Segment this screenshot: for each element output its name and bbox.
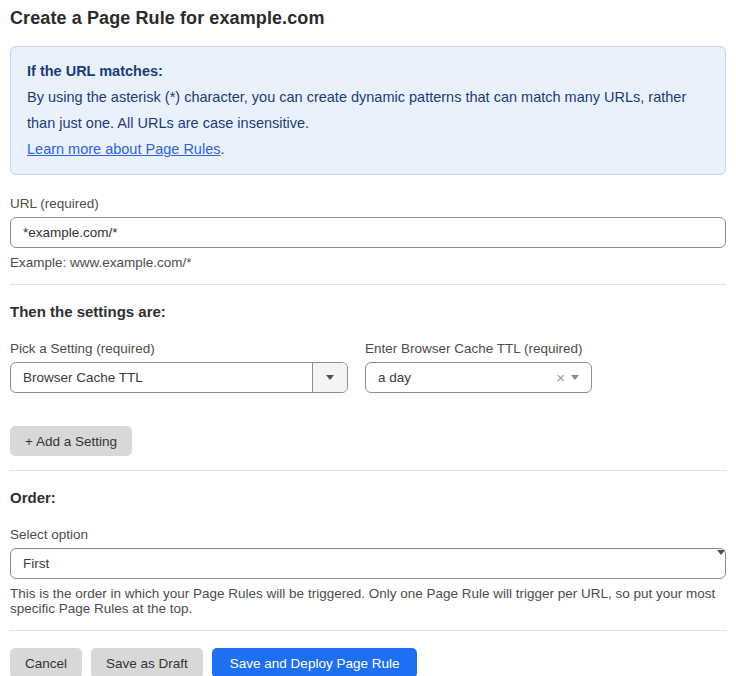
settings-section-heading: Then the settings are: (10, 303, 726, 320)
order-helper-text: This is the order in which your Page Rul… (10, 586, 726, 616)
order-select-value: First (11, 556, 717, 571)
page-title: Create a Page Rule for example.com (10, 8, 726, 29)
url-matches-info-box: If the URL matches: By using the asteris… (10, 46, 726, 175)
info-box-body-text: By using the asterisk (*) character, you… (27, 89, 686, 131)
order-section-heading: Order: (10, 489, 726, 506)
ttl-picker-column: Enter Browser Cache TTL (required) a day… (365, 320, 592, 393)
ttl-picker-value: a day (366, 370, 556, 385)
form-actions: Cancel Save as Draft Save and Deploy Pag… (10, 648, 726, 676)
url-input[interactable] (10, 217, 726, 248)
info-box-heading: If the URL matches: (27, 58, 709, 84)
caret-down-icon (571, 375, 579, 380)
settings-row: Pick a Setting (required) Browser Cache … (10, 320, 726, 393)
link-suffix: . (220, 141, 224, 157)
url-helper-text: Example: www.example.com/* (10, 255, 726, 270)
cancel-button[interactable]: Cancel (10, 648, 82, 676)
ttl-picker-label: Enter Browser Cache TTL (required) (365, 341, 592, 356)
learn-more-link[interactable]: Learn more about Page Rules (27, 141, 220, 157)
setting-picker-caret-button[interactable] (312, 363, 347, 392)
ttl-picker-dropdown[interactable]: a day × (365, 362, 592, 393)
info-box-body: By using the asterisk (*) character, you… (27, 84, 709, 136)
clear-icon[interactable]: × (556, 370, 571, 385)
caret-down-icon (717, 555, 725, 573)
ttl-caret-button[interactable] (571, 375, 591, 380)
setting-picker-value: Browser Cache TTL (11, 370, 312, 385)
url-field-label: URL (required) (10, 196, 726, 211)
create-page-rule-form: Create a Page Rule for example.com If th… (0, 0, 736, 676)
caret-down-icon (326, 375, 334, 380)
add-setting-button[interactable]: + Add a Setting (10, 426, 132, 456)
save-and-deploy-button[interactable]: Save and Deploy Page Rule (212, 648, 418, 676)
order-select-label: Select option (10, 527, 726, 542)
setting-picker-label: Pick a Setting (required) (10, 341, 348, 356)
order-select[interactable]: First (10, 548, 726, 579)
divider (10, 470, 726, 471)
divider (10, 630, 726, 631)
setting-picker-column: Pick a Setting (required) Browser Cache … (10, 320, 348, 393)
divider (10, 284, 726, 285)
save-as-draft-button[interactable]: Save as Draft (91, 648, 203, 676)
setting-picker-dropdown[interactable]: Browser Cache TTL (10, 362, 348, 393)
info-box-link-line: Learn more about Page Rules. (27, 136, 709, 162)
